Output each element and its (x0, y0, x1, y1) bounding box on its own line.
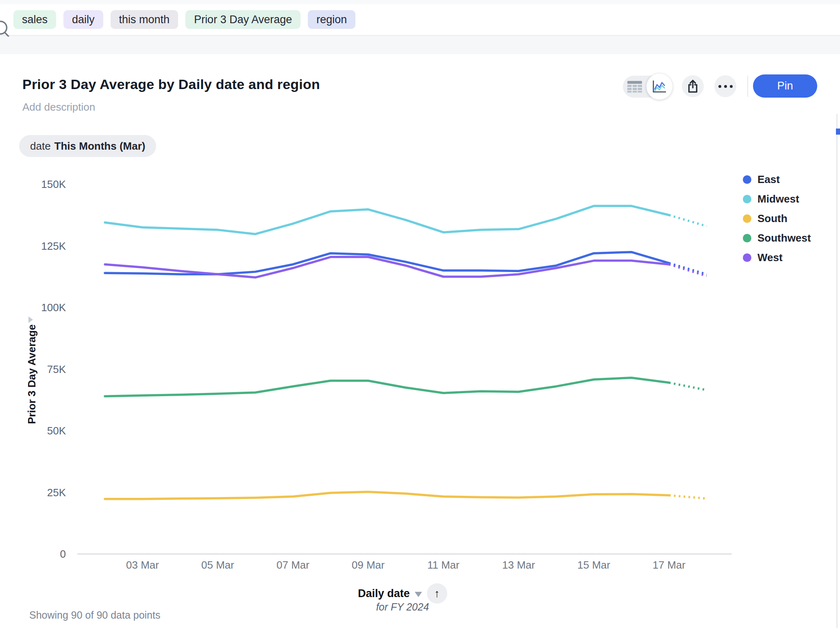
y-axis-title: Prior 3 Day Average (26, 324, 38, 424)
pin-button[interactable]: Pin (753, 74, 817, 98)
right-panel-handle[interactable] (836, 129, 840, 135)
more-options-button[interactable] (714, 75, 736, 97)
page-background-gap (0, 37, 840, 54)
legend-label: Midwest (757, 193, 799, 205)
search-tag[interactable]: region (308, 10, 355, 29)
search-tag[interactable]: this month (111, 10, 178, 29)
legend-item[interactable]: South (743, 213, 811, 224)
search-tag[interactable]: daily (63, 10, 103, 29)
legend-item[interactable]: East (743, 174, 811, 185)
legend-dot (743, 175, 751, 184)
toolbar-divider (747, 76, 748, 97)
chart-legend: EastMidwestSouthSouthwestWest (743, 174, 811, 263)
legend-item[interactable]: Southwest (743, 233, 811, 244)
search-bar[interactable]: salesdailythis monthPrior 3 Day Averager… (0, 4, 840, 36)
legend-label: South (757, 212, 788, 225)
legend-dot (743, 195, 751, 203)
view-toggle (623, 76, 672, 98)
legend-label: West (757, 251, 783, 264)
table-view-icon (626, 80, 644, 93)
search-tag[interactable]: Prior 3 Day Average (185, 10, 300, 29)
legend-label: Southwest (757, 232, 811, 244)
table-view-button[interactable] (626, 80, 644, 93)
data-points-status: Showing 90 of 90 data points (29, 609, 160, 621)
top-strip (0, 0, 840, 4)
right-panel-divider (836, 114, 838, 628)
add-description-placeholder[interactable]: Add description (22, 101, 95, 113)
filter-value: This Months (Mar) (54, 140, 146, 153)
filter-field: date (30, 140, 51, 153)
page-title: Prior 3 Day Average by Daily date and re… (22, 76, 320, 92)
chart-view-icon (652, 79, 667, 94)
sort-ascending-button[interactable]: ↑ (427, 583, 447, 604)
ellipsis-icon (718, 85, 733, 88)
caret-down-icon[interactable] (415, 592, 422, 597)
arrow-up-icon: ↑ (434, 587, 440, 600)
legend-dot (743, 234, 751, 242)
legend-dot (743, 214, 751, 223)
legend-label: East (757, 173, 780, 186)
legend-dot (743, 253, 751, 262)
search-tag[interactable]: sales (13, 10, 56, 29)
legend-item[interactable]: West (743, 252, 811, 263)
y-axis-expand-icon[interactable] (28, 316, 33, 323)
date-filter-pill[interactable]: date This Months (Mar) (19, 135, 156, 157)
chart-view-button[interactable] (646, 74, 672, 100)
legend-item[interactable]: Midwest (743, 194, 811, 205)
x-axis-subtitle: for FY 2024 (329, 601, 476, 613)
search-tag-list: salesdailythis monthPrior 3 Day Averager… (13, 10, 355, 29)
share-icon (687, 79, 699, 93)
x-field-label[interactable]: Daily date (358, 587, 410, 600)
app-window: salesdailythis monthPrior 3 Day Averager… (0, 0, 840, 628)
share-button[interactable] (682, 75, 704, 97)
